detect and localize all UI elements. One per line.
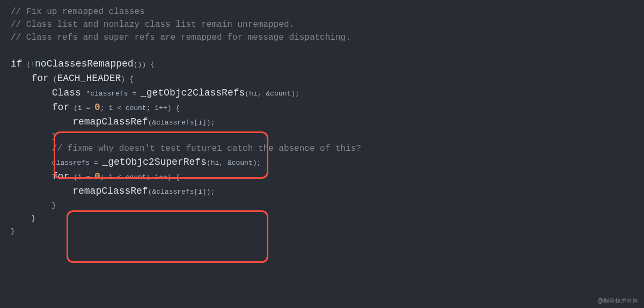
- comment: // fixme why doesn't test future1 catch …: [52, 144, 361, 153]
- function-call: _getObjc2ClassRefs: [141, 87, 245, 98]
- code-line: remapClassRef(&classrefs[i]);: [11, 115, 633, 129]
- code-line: // Class list and nonlazy class list rem…: [11, 18, 633, 31]
- function-call: remapClassRef: [72, 186, 148, 196]
- code-line: if (!noClassesRemapped()) {: [11, 57, 633, 71]
- keyword-if: if: [11, 58, 23, 69]
- keyword-for: for: [31, 73, 48, 84]
- blank-line: [11, 44, 633, 57]
- number: 0: [94, 171, 100, 182]
- code-line: for (EACH_HEADER) {: [11, 71, 633, 86]
- comment: // Class refs and super refs are remappe…: [11, 33, 351, 42]
- code-line: // Class refs and super refs are remappe…: [11, 31, 633, 44]
- arguments: (hi, &count);: [245, 90, 299, 98]
- keyword-for: for: [52, 171, 69, 182]
- identifier: classrefs: [90, 90, 128, 98]
- arguments: (&classrefs[i]);: [148, 188, 215, 196]
- keyword-for: for: [52, 102, 69, 113]
- code-line: }: [11, 224, 633, 237]
- function-call: noClassesRemapped: [35, 58, 134, 69]
- code-line: classrefs = _getObjc2SuperRefs(hi, &coun…: [11, 155, 633, 170]
- code-line: remapClassRef(&classrefs[i]);: [11, 184, 633, 199]
- macro: EACH_HEADER: [57, 73, 121, 84]
- type: Class: [52, 87, 81, 98]
- function-call: _getObjc2SuperRefs: [102, 157, 206, 167]
- comment: // Class list and nonlazy class list rem…: [11, 20, 294, 30]
- number: 0: [94, 102, 100, 113]
- operator: !: [31, 61, 35, 69]
- code-line: for (i = 0; i < count; i++) {: [11, 170, 633, 184]
- function-call: remapClassRef: [72, 116, 148, 127]
- arguments: (&classrefs[i]);: [148, 119, 215, 127]
- identifier: classrefs =: [52, 159, 103, 167]
- arguments: (hi, &count);: [207, 159, 261, 167]
- comment: // Fix up remapped classes: [11, 7, 145, 17]
- code-line: Class *classrefs = _getObjc2ClassRefs(hi…: [11, 86, 633, 100]
- code-line: // Fix up remapped classes: [11, 5, 633, 18]
- watermark: @掘金技术社区: [597, 296, 639, 305]
- code-line: }: [11, 129, 633, 142]
- code-block: // Fix up remapped classes // Class list…: [11, 5, 633, 237]
- code-line: // fixme why doesn't test future1 catch …: [11, 142, 633, 155]
- code-line: }: [11, 211, 633, 224]
- code-line: }: [11, 199, 633, 211]
- code-line: for (i = 0; i < count; i++) {: [11, 100, 633, 115]
